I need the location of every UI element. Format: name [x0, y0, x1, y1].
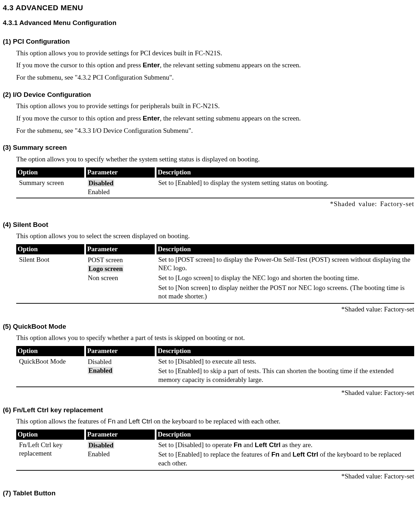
item2-p1: This option allows you to provide settin… [16, 102, 414, 111]
param-factory-default: Disabled [88, 179, 114, 187]
th-parameter: Parameter [85, 167, 155, 178]
th-parameter: Parameter [85, 244, 155, 254]
item3-heading: (3) Summary screen [3, 143, 414, 152]
param-value: Disabled [88, 357, 153, 366]
desc-line: Set to [POST screen] to display the Powe… [158, 255, 411, 273]
th-option: Option [16, 429, 85, 440]
left-ctrl-key-label: Left Ctrl [129, 417, 152, 425]
item3-p1: The option allows you to specify whether… [16, 155, 414, 164]
item2-p3: For the submenu, see "4.3.3 I/O Device C… [16, 126, 414, 135]
th-option: Option [16, 167, 85, 178]
desc-line: Set to [Enabled] to skip a part of tests… [158, 367, 411, 384]
table-header-row: Option Parameter Description [16, 429, 414, 440]
cell-parameter: POST screen Logo screen Non screen [85, 254, 155, 303]
cell-description: Set to [Disabled] to operate Fn and Left… [155, 440, 414, 470]
param-value: Non screen [88, 273, 153, 283]
item1-heading: (1) PCI Configuration [3, 37, 414, 46]
item6-p1c: and [116, 417, 129, 425]
item5-heading: (5) QuickBoot Mode [3, 322, 414, 331]
item3-table: Option Parameter Description Summary scr… [16, 167, 414, 198]
document-page: 4.3 ADVANCED MENU 4.3.1 Advanced Menu Co… [0, 3, 417, 501]
section-heading: 4.3 ADVANCED MENU [3, 3, 414, 12]
enter-key-label: Enter [143, 61, 160, 69]
param-factory-default: Enabled [88, 367, 113, 374]
item5-note: *Shaded value: Factory-set [16, 389, 414, 397]
th-option: Option [16, 346, 85, 356]
param-value: POST screen [88, 255, 153, 265]
item6-body: This option allows the features of Fn an… [16, 417, 414, 481]
cell-option: Fn/Left Ctrl key replacement [16, 440, 85, 470]
item6-note: *Shaded value: Factory-set [16, 472, 414, 481]
cell-description: Set to [Enabled] to display the system s… [155, 178, 414, 198]
item2-p2a: If you move the cursor to this option an… [16, 115, 143, 122]
item1-body: This option allows you to provide settin… [16, 49, 414, 82]
desc-line: Set to [Disabled] to execute all tests. [158, 357, 411, 366]
th-description: Description [155, 429, 414, 440]
item6-heading: (6) Fn/Left Ctrl key replacement [3, 406, 414, 415]
t: Set to [Disabled] to operate [158, 441, 234, 449]
item5-p1: This option allows you to specify whethe… [16, 334, 414, 342]
item4-heading: (4) Silent Boot [3, 221, 414, 229]
item6-p1e: on the keyboard to be replaced with each… [152, 417, 280, 425]
item2-heading: (2) I/O Device Configuration [3, 91, 414, 99]
item4-p1: This option allows you to select the scr… [16, 232, 414, 241]
th-description: Description [155, 346, 414, 356]
th-description: Description [155, 244, 414, 254]
t: and [242, 441, 255, 449]
th-parameter: Parameter [85, 346, 155, 356]
fn-key-label: Fn [108, 417, 116, 425]
cell-parameter: Disabled Enabled [85, 178, 155, 198]
cell-option: Silent Boot [16, 254, 85, 303]
item1-p3: For the submenu, see "4.3.2 PCI Configur… [16, 73, 414, 82]
table-row: QuickBoot Mode Disabled Enabled Set to [… [16, 356, 414, 387]
item2-p2: If you move the cursor to this option an… [16, 114, 414, 123]
item2-body: This option allows you to provide settin… [16, 102, 414, 135]
param-factory-default: Logo screen [88, 265, 123, 272]
cell-parameter: Disabled Enabled [85, 356, 155, 387]
th-parameter: Parameter [85, 429, 155, 440]
table-row: Fn/Left Ctrl key replacement Disabled En… [16, 440, 414, 470]
desc-line: Set to [Non screen] to display neither t… [158, 284, 411, 301]
desc-line: Set to [Enabled] to replace the features… [158, 450, 411, 468]
item6-table: Option Parameter Description Fn/Left Ctr… [16, 429, 414, 471]
left-ctrl-key-label: Left Ctrl [293, 451, 318, 458]
table-row: Summary screen Disabled Enabled Set to [… [16, 178, 414, 198]
cell-description: Set to [Disabled] to execute all tests. … [155, 356, 414, 387]
table-header-row: Option Parameter Description [16, 167, 414, 178]
t: and [280, 451, 293, 458]
param-value: Enabled [88, 450, 153, 459]
table-header-row: Option Parameter Description [16, 244, 414, 254]
cell-option: QuickBoot Mode [16, 356, 85, 387]
th-description: Description [155, 167, 414, 178]
cell-option: Summary screen [16, 178, 85, 198]
item6-p1a: This option allows the features of [16, 417, 108, 425]
item4-note: *Shaded value: Factory-set [16, 305, 414, 314]
item6-p1: This option allows the features of Fn an… [16, 417, 414, 426]
item7-heading: (7) Tablet Button [3, 489, 414, 498]
item3-note: *Shaded value: Factory-set [16, 200, 414, 209]
desc-line: Set to [Disabled] to operate Fn and Left… [158, 441, 411, 450]
fn-key-label: Fn [234, 441, 242, 449]
param-factory-default: Disabled [88, 441, 114, 449]
item2-p2c: , the relevant setting submenu appears o… [160, 115, 301, 122]
cell-parameter: Disabled Enabled [85, 440, 155, 470]
item3-body: The option allows you to specify whether… [16, 155, 414, 208]
desc-line: Set to [Logo screen] to display the NEC … [158, 274, 411, 283]
left-ctrl-key-label: Left Ctrl [255, 441, 281, 449]
item1-p2c: , the relevant setting submenu appears o… [160, 61, 301, 69]
t: as they are. [281, 441, 313, 449]
item4-body: This option allows you to select the scr… [16, 232, 414, 314]
item1-p2: If you move the cursor to this option an… [16, 61, 414, 70]
item1-p1: This option allows you to provide settin… [16, 49, 414, 58]
subsection-heading: 4.3.1 Advanced Menu Configuration [3, 19, 414, 27]
table-header-row: Option Parameter Description [16, 346, 414, 356]
cell-description: Set to [POST screen] to display the Powe… [155, 254, 414, 303]
item5-table: Option Parameter Description QuickBoot M… [16, 346, 414, 387]
table-row: Silent Boot POST screen Logo screen Non … [16, 254, 414, 303]
enter-key-label: Enter [143, 115, 160, 122]
param-value: Enabled [88, 187, 153, 197]
item1-p2a: If you move the cursor to this option an… [16, 61, 143, 69]
item4-table: Option Parameter Description Silent Boot… [16, 244, 414, 304]
th-option: Option [16, 244, 85, 254]
fn-key-label: Fn [271, 451, 280, 458]
